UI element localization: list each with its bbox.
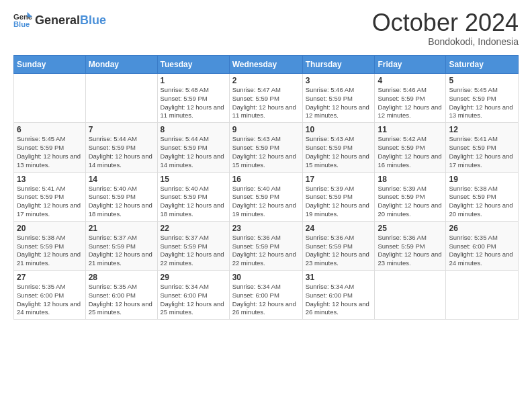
calendar-cell: 18Sunrise: 5:39 AM Sunset: 5:59 PM Dayli… [375, 172, 446, 221]
logo-wordmark: GeneralBlue [35, 13, 106, 28]
calendar-cell: 25Sunrise: 5:36 AM Sunset: 5:59 PM Dayli… [375, 221, 446, 270]
day-number: 2 [232, 76, 300, 85]
logo-blue: Blue [80, 13, 106, 27]
calendar-cell: 30Sunrise: 5:34 AM Sunset: 6:00 PM Dayli… [229, 271, 302, 320]
calendar-cell: 6Sunrise: 5:45 AM Sunset: 5:59 PM Daylig… [14, 123, 86, 172]
calendar-cell: 4Sunrise: 5:46 AM Sunset: 5:59 PM Daylig… [375, 74, 446, 123]
day-number: 25 [378, 224, 443, 233]
day-info: Sunrise: 5:44 AM Sunset: 5:59 PM Dayligh… [89, 135, 154, 169]
calendar-cell: 28Sunrise: 5:35 AM Sunset: 6:00 PM Dayli… [85, 271, 157, 320]
calendar-cell: 9Sunrise: 5:43 AM Sunset: 5:59 PM Daylig… [229, 123, 302, 172]
day-info: Sunrise: 5:39 AM Sunset: 5:59 PM Dayligh… [378, 185, 443, 219]
day-info: Sunrise: 5:46 AM Sunset: 5:59 PM Dayligh… [306, 86, 372, 120]
calendar-cell: 8Sunrise: 5:44 AM Sunset: 5:59 PM Daylig… [157, 123, 229, 172]
calendar-cell: 2Sunrise: 5:47 AM Sunset: 5:59 PM Daylig… [229, 74, 302, 123]
day-number: 13 [17, 175, 83, 184]
calendar-cell: 27Sunrise: 5:35 AM Sunset: 6:00 PM Dayli… [14, 271, 86, 320]
day-info: Sunrise: 5:38 AM Sunset: 5:59 PM Dayligh… [449, 185, 515, 219]
day-header-friday: Friday [375, 56, 446, 74]
calendar-cell [375, 271, 446, 320]
day-info: Sunrise: 5:37 AM Sunset: 5:59 PM Dayligh… [89, 234, 154, 268]
calendar-cell: 3Sunrise: 5:46 AM Sunset: 5:59 PM Daylig… [302, 74, 375, 123]
calendar-cell [85, 74, 157, 123]
day-number: 24 [306, 224, 372, 233]
day-number: 15 [161, 175, 226, 184]
title-block: October 2024 Bondokodi, Indonesia [372, 11, 519, 47]
calendar-cell: 15Sunrise: 5:40 AM Sunset: 5:59 PM Dayli… [157, 172, 229, 221]
day-number: 5 [449, 76, 515, 85]
logo: General Blue GeneralBlue [13, 11, 106, 30]
day-info: Sunrise: 5:45 AM Sunset: 5:59 PM Dayligh… [17, 135, 83, 169]
calendar-cell: 29Sunrise: 5:34 AM Sunset: 6:00 PM Dayli… [157, 271, 229, 320]
calendar-cell: 20Sunrise: 5:38 AM Sunset: 5:59 PM Dayli… [14, 221, 86, 270]
calendar-cell: 7Sunrise: 5:44 AM Sunset: 5:59 PM Daylig… [85, 123, 157, 172]
calendar-cell: 1Sunrise: 5:48 AM Sunset: 5:59 PM Daylig… [157, 74, 229, 123]
day-info: Sunrise: 5:41 AM Sunset: 5:59 PM Dayligh… [17, 185, 83, 219]
day-info: Sunrise: 5:36 AM Sunset: 5:59 PM Dayligh… [306, 234, 372, 268]
calendar-cell: 5Sunrise: 5:45 AM Sunset: 5:59 PM Daylig… [446, 74, 519, 123]
logo-general: General [35, 13, 80, 27]
day-header-wednesday: Wednesday [229, 56, 302, 74]
day-number: 7 [89, 125, 154, 134]
day-header-sunday: Sunday [14, 56, 86, 74]
day-number: 20 [17, 224, 83, 233]
day-info: Sunrise: 5:36 AM Sunset: 5:59 PM Dayligh… [378, 234, 443, 268]
day-info: Sunrise: 5:35 AM Sunset: 6:00 PM Dayligh… [89, 283, 154, 317]
logo-icon: General Blue [13, 11, 32, 30]
day-info: Sunrise: 5:48 AM Sunset: 5:59 PM Dayligh… [161, 86, 226, 120]
calendar-table: SundayMondayTuesdayWednesdayThursdayFrid… [13, 55, 519, 320]
calendar-cell: 19Sunrise: 5:38 AM Sunset: 5:59 PM Dayli… [446, 172, 519, 221]
calendar-cell: 21Sunrise: 5:37 AM Sunset: 5:59 PM Dayli… [85, 221, 157, 270]
calendar-cell: 13Sunrise: 5:41 AM Sunset: 5:59 PM Dayli… [14, 172, 86, 221]
day-info: Sunrise: 5:39 AM Sunset: 5:59 PM Dayligh… [306, 185, 372, 219]
page-container: General Blue GeneralBlue October 2024 Bo… [0, 0, 532, 326]
day-info: Sunrise: 5:35 AM Sunset: 6:00 PM Dayligh… [449, 234, 515, 268]
day-info: Sunrise: 5:45 AM Sunset: 5:59 PM Dayligh… [449, 86, 515, 120]
day-number: 30 [232, 273, 300, 282]
day-number: 27 [17, 273, 83, 282]
day-info: Sunrise: 5:43 AM Sunset: 5:59 PM Dayligh… [232, 135, 300, 169]
location: Bondokodi, Indonesia [372, 36, 519, 47]
day-info: Sunrise: 5:37 AM Sunset: 5:59 PM Dayligh… [161, 234, 226, 268]
calendar-cell: 17Sunrise: 5:39 AM Sunset: 5:59 PM Dayli… [302, 172, 375, 221]
day-number: 16 [232, 175, 300, 184]
calendar-cell: 22Sunrise: 5:37 AM Sunset: 5:59 PM Dayli… [157, 221, 229, 270]
day-number: 26 [449, 224, 515, 233]
calendar-cell: 16Sunrise: 5:40 AM Sunset: 5:59 PM Dayli… [229, 172, 302, 221]
day-number: 19 [449, 175, 515, 184]
calendar-cell: 26Sunrise: 5:35 AM Sunset: 6:00 PM Dayli… [446, 221, 519, 270]
day-number: 21 [89, 224, 154, 233]
day-header-tuesday: Tuesday [157, 56, 229, 74]
day-number: 22 [161, 224, 226, 233]
day-number: 6 [17, 125, 83, 134]
day-number: 10 [306, 125, 372, 134]
day-info: Sunrise: 5:43 AM Sunset: 5:59 PM Dayligh… [306, 135, 372, 169]
day-info: Sunrise: 5:38 AM Sunset: 5:59 PM Dayligh… [17, 234, 83, 268]
day-info: Sunrise: 5:34 AM Sunset: 6:00 PM Dayligh… [232, 283, 300, 317]
svg-text:Blue: Blue [13, 20, 30, 28]
calendar-cell: 14Sunrise: 5:40 AM Sunset: 5:59 PM Dayli… [85, 172, 157, 221]
day-info: Sunrise: 5:40 AM Sunset: 5:59 PM Dayligh… [161, 185, 226, 219]
calendar-week-5: 27Sunrise: 5:35 AM Sunset: 6:00 PM Dayli… [14, 271, 519, 320]
calendar-cell: 23Sunrise: 5:36 AM Sunset: 5:59 PM Dayli… [229, 221, 302, 270]
calendar-header-row: SundayMondayTuesdayWednesdayThursdayFrid… [14, 56, 519, 74]
day-header-thursday: Thursday [302, 56, 375, 74]
calendar-cell: 10Sunrise: 5:43 AM Sunset: 5:59 PM Dayli… [302, 123, 375, 172]
day-number: 8 [161, 125, 226, 134]
day-info: Sunrise: 5:35 AM Sunset: 6:00 PM Dayligh… [17, 283, 83, 317]
day-number: 23 [232, 224, 300, 233]
day-number: 14 [89, 175, 154, 184]
calendar-week-4: 20Sunrise: 5:38 AM Sunset: 5:59 PM Dayli… [14, 221, 519, 270]
day-info: Sunrise: 5:36 AM Sunset: 5:59 PM Dayligh… [232, 234, 300, 268]
day-number: 4 [378, 76, 443, 85]
day-number: 17 [306, 175, 372, 184]
calendar-week-1: 1Sunrise: 5:48 AM Sunset: 5:59 PM Daylig… [14, 74, 519, 123]
day-number: 1 [161, 76, 226, 85]
day-number: 11 [378, 125, 443, 134]
day-info: Sunrise: 5:34 AM Sunset: 6:00 PM Dayligh… [161, 283, 226, 317]
calendar-cell: 31Sunrise: 5:34 AM Sunset: 6:00 PM Dayli… [302, 271, 375, 320]
day-number: 31 [306, 273, 372, 282]
day-number: 12 [449, 125, 515, 134]
day-number: 18 [378, 175, 443, 184]
calendar-cell [14, 74, 86, 123]
